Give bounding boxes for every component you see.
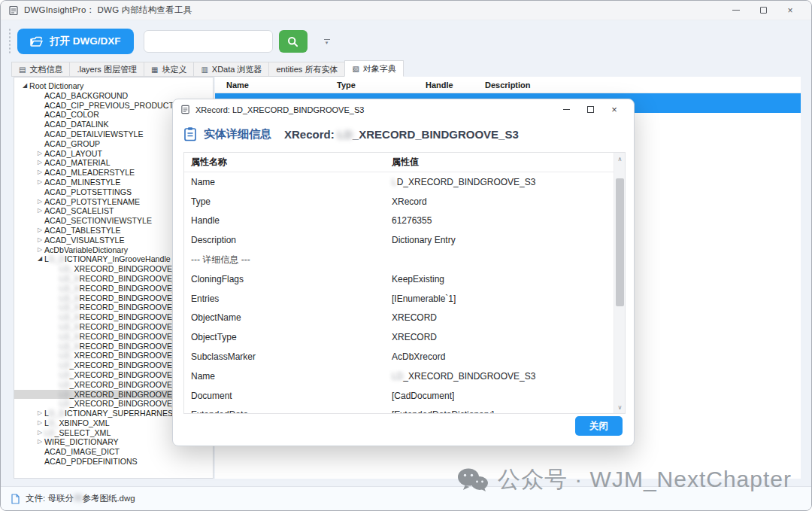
- search-input[interactable]: [144, 30, 273, 53]
- expander-closed-icon[interactable]: ▷: [35, 206, 44, 216]
- property-row[interactable]: TypeXRecord: [184, 192, 614, 211]
- tab-layers[interactable]: .layers 图层管理: [69, 62, 144, 77]
- property-row[interactable]: Document[CadDocument]: [184, 386, 614, 406]
- toolbar-overflow-icon[interactable]: ▾: [324, 39, 330, 44]
- property-name: Type: [184, 196, 392, 207]
- property-name: Document: [184, 391, 392, 401]
- expander-closed-icon[interactable]: ▷: [35, 236, 44, 245]
- property-value-text: XRecord: [392, 196, 427, 207]
- tree-item[interactable]: ACAD_PDFDEFINITIONS: [14, 457, 213, 467]
- search-button[interactable]: [279, 30, 308, 53]
- dialog-app-icon: [180, 105, 190, 114]
- tab-entities[interactable]: entities 所有实体: [268, 62, 345, 77]
- close-dialog-button[interactable]: 关闭: [575, 416, 623, 436]
- dictionary-icon: ▧: [352, 65, 359, 73]
- property-row[interactable]: ObjectTypeXRECORD: [184, 327, 614, 347]
- property-value-text: 61276355: [392, 215, 432, 226]
- dialog-title: XRecord: LD_XRECORD_BINDGROOVE_S3: [195, 105, 364, 114]
- tree-label: _XRECORD_BINDGROOVE_N: [70, 360, 183, 370]
- tree-label: ACAD_DETAILVIEWSTYLE: [44, 129, 143, 139]
- redacted-text: L: [392, 177, 397, 187]
- property-name: Entries: [184, 294, 392, 304]
- dialog-close-icon[interactable]: ×: [602, 99, 626, 120]
- expander-closed-icon[interactable]: ▷: [35, 437, 44, 447]
- open-dwg-button[interactable]: 打开 DWG/DXF: [17, 29, 134, 54]
- redacted-text: LD: [59, 370, 70, 380]
- redacted-text: LD: [59, 390, 70, 400]
- property-row[interactable]: NameLD_XRECORD_BINDGROOVE_S3: [184, 172, 614, 192]
- grid-column-description[interactable]: Description: [485, 81, 801, 90]
- title-bar: DWGInsightPro： DWG 内部结构查看工具 ×: [1, 1, 811, 20]
- expander-closed-icon[interactable]: ▷: [35, 197, 44, 207]
- open-dwg-label: 打开 DWG/DXF: [50, 35, 121, 48]
- tree-label: ACAD_DATALINK: [44, 120, 109, 129]
- tree-label: ACAD_PDFDEFINITIONS: [44, 457, 138, 467]
- tree-label: ACAD_PLOTSETTINGS: [44, 187, 132, 197]
- status-bar: 文件: 母联分闸参考图纸.dwg: [1, 486, 811, 510]
- property-row[interactable]: DescriptionDictionary Entry: [184, 230, 614, 250]
- property-value-text: KeepExisting: [392, 274, 444, 284]
- tree-label: ICTIONARY_InGrooveHandle: [65, 254, 171, 264]
- property-row[interactable]: SubclassMarkerAcDbXrecord: [184, 347, 614, 367]
- dialog-title-bar: XRecord: LD_XRECORD_BINDGROOVE_S3 ×: [173, 99, 634, 120]
- tab-blocks[interactable]: ▦块定义: [144, 62, 194, 77]
- scroll-down-icon[interactable]: ∨: [614, 401, 626, 413]
- redacted-text: LD_X: [59, 274, 80, 284]
- expander-closed-icon[interactable]: ▷: [35, 158, 44, 168]
- expander-closed-icon[interactable]: ▷: [35, 149, 44, 159]
- grid-column-handle[interactable]: Handle: [426, 81, 485, 90]
- expander-closed-icon[interactable]: ▷: [35, 178, 44, 187]
- dialog-scrollbar[interactable]: ∧ ∨: [614, 153, 625, 413]
- expander-closed-icon[interactable]: ▷: [35, 409, 44, 418]
- maximize-icon[interactable]: [750, 1, 777, 20]
- minimize-icon[interactable]: [723, 1, 750, 20]
- clipboard-icon: [183, 126, 197, 141]
- dialog-footer: 关闭: [173, 412, 634, 446]
- redacted-text: LD_X: [59, 303, 80, 312]
- grid-column-type[interactable]: Type: [337, 81, 426, 90]
- expander-open-icon[interactable]: ◢: [20, 81, 29, 91]
- property-row[interactable]: NameLD_XRECORD_BINDGROOVE_S3: [184, 367, 614, 386]
- property-value: AcDbXrecord: [392, 351, 614, 362]
- close-icon[interactable]: ×: [777, 1, 804, 20]
- dialog-maximize-icon[interactable]: [578, 99, 602, 120]
- grid-header: Name Type Handle Description: [215, 77, 801, 93]
- property-row[interactable]: Handle61276355: [184, 211, 614, 231]
- expander-closed-icon[interactable]: ▷: [35, 245, 44, 255]
- redacted-text: LD_X: [59, 342, 80, 351]
- redacted-text: LD_X: [59, 284, 80, 294]
- property-row[interactable]: Entries[IEnumerable`1]: [184, 289, 614, 309]
- tab-xdata[interactable]: ▥XData 浏览器: [193, 62, 269, 77]
- scroll-up-icon[interactable]: ∧: [614, 153, 626, 165]
- redacted-text: D_D: [49, 409, 65, 418]
- expander-closed-icon[interactable]: ▷: [35, 226, 44, 236]
- tree-item[interactable]: ACAD_IMAGE_DICT: [14, 447, 213, 457]
- property-name: ObjectType: [184, 332, 392, 342]
- tab-label: 文档信息: [29, 64, 62, 75]
- property-value: XRECORD: [392, 312, 614, 323]
- tree-item[interactable]: ◢Root Dictionary: [14, 81, 213, 91]
- tab-doc-info[interactable]: ▤文档信息: [11, 62, 70, 77]
- expander-closed-icon[interactable]: ▷: [35, 428, 44, 438]
- redacted-text: LD: [59, 399, 70, 409]
- property-rows: NameLD_XRECORD_BINDGROOVE_S3TypeXRecordH…: [184, 172, 614, 413]
- redacted-text: LD_X: [59, 294, 80, 303]
- property-section-row[interactable]: --- 详细信息 ---: [184, 250, 614, 269]
- property-value: 61276355: [392, 215, 614, 226]
- property-row[interactable]: CloningFlagsKeepExisting: [184, 269, 614, 289]
- tree-label: _XRECORD_BINDGROOVE_S3: [70, 390, 186, 400]
- tree-label: _SELECT_XML: [55, 428, 111, 438]
- property-value-text: XRECORD: [392, 312, 437, 323]
- expander-closed-icon[interactable]: ▷: [35, 168, 44, 178]
- expander-closed-icon[interactable]: ▷: [35, 418, 44, 428]
- grid-column-name[interactable]: Name: [215, 81, 337, 90]
- tree-label: ACAD_VISUALSTYLE: [44, 236, 125, 245]
- blocks-icon: ▦: [151, 65, 158, 74]
- scrollbar-thumb[interactable]: [616, 178, 624, 306]
- dialog-minimize-icon[interactable]: [554, 99, 578, 120]
- toolbar-grip-handle[interactable]: [8, 28, 11, 55]
- tree-label: ACAD_LAYOUT: [44, 149, 102, 159]
- property-row[interactable]: ObjectNameXRECORD: [184, 309, 614, 328]
- tab-dictionary[interactable]: ▧对象字典: [344, 60, 403, 77]
- expander-open-icon[interactable]: ◢: [35, 254, 44, 264]
